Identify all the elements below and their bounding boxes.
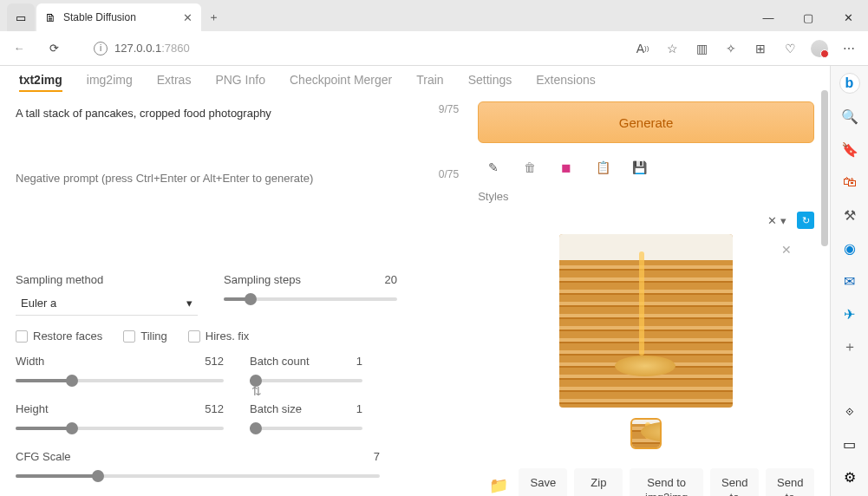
more-menu-icon[interactable]: ⋯ xyxy=(840,40,858,57)
address-bar: ← ⟳ i 127.0.0.1:7860 A)) ☆ ▥ ✧ ⊞ ♡ ⋯ xyxy=(0,31,868,66)
url-host: 127.0.0.1 xyxy=(114,42,161,55)
generated-image[interactable] xyxy=(559,234,733,408)
back-button[interactable]: ← xyxy=(7,36,31,61)
height-label: Height xyxy=(16,402,224,415)
sampling-steps-value: 20 xyxy=(385,273,397,286)
tab-extras[interactable]: Extras xyxy=(157,73,192,92)
trash-icon[interactable]: 🗑 xyxy=(521,159,538,176)
styles-clear-icon[interactable]: ✕ ▾ xyxy=(767,214,786,227)
close-window-button[interactable]: ✕ xyxy=(828,3,868,31)
prompt-counter: 9/75 xyxy=(439,103,459,115)
height-value: 512 xyxy=(205,402,224,415)
tab-extensions[interactable]: Extensions xyxy=(536,73,595,92)
tag-icon[interactable]: 🔖 xyxy=(839,139,860,160)
outlook-icon[interactable]: ✉ xyxy=(839,271,860,291)
close-tab-icon[interactable]: ✕ xyxy=(183,11,193,24)
search-icon[interactable]: 🔍 xyxy=(839,106,860,127)
app-tabs: txt2img img2img Extras PNG Info Checkpoi… xyxy=(0,66,830,101)
reading-list-icon[interactable]: ▥ xyxy=(693,40,710,57)
width-label: Width xyxy=(16,355,224,368)
add-app-icon[interactable]: ＋ xyxy=(839,336,860,357)
close-output-icon[interactable]: ✕ xyxy=(781,243,792,257)
sampling-steps-slider[interactable] xyxy=(224,291,397,307)
new-tab-button[interactable]: ＋ xyxy=(201,3,225,31)
send-to-inpaint-button[interactable]: Send to xyxy=(710,468,759,496)
restore-faces-checkbox[interactable]: Restore faces xyxy=(16,330,102,343)
edge-sidebar: b 🔍 🔖 🛍 ⚒ ◉ ✉ ✈ ＋ ⟐ ▭ ⚙ xyxy=(830,66,868,496)
send-to-extras-button[interactable]: Send to xyxy=(766,468,814,496)
cfg-value: 7 xyxy=(374,450,380,463)
output-thumbnail[interactable] xyxy=(630,418,662,449)
tab-settings[interactable]: Settings xyxy=(468,73,512,92)
read-aloud-icon[interactable]: A)) xyxy=(634,40,651,57)
negative-prompt-input[interactable] xyxy=(16,166,462,219)
tiling-checkbox[interactable]: Tiling xyxy=(123,330,167,343)
profile-icon[interactable] xyxy=(811,40,828,57)
cfg-label: CFG Scale xyxy=(16,450,380,463)
minimize-button[interactable]: — xyxy=(748,3,788,31)
height-slider[interactable] xyxy=(16,421,224,436)
url-port: :7860 xyxy=(161,42,190,55)
paintbrush-icon[interactable]: ✎ xyxy=(485,159,502,176)
tab-img2img[interactable]: img2img xyxy=(87,73,133,92)
url-box[interactable]: i 127.0.0.1:7860 xyxy=(94,42,623,55)
clipboard-icon[interactable]: 📋 xyxy=(594,159,611,176)
chevron-down-icon: ▾ xyxy=(186,297,193,310)
batch-size-value: 1 xyxy=(356,402,362,415)
bing-icon[interactable]: b xyxy=(839,73,860,94)
maximize-button[interactable]: ▢ xyxy=(788,3,828,31)
globe-icon[interactable]: ◉ xyxy=(839,238,860,258)
tab-pnginfo[interactable]: PNG Info xyxy=(215,73,265,92)
neg-prompt-counter: 0/75 xyxy=(439,168,459,180)
save-button[interactable]: Save xyxy=(519,468,567,496)
tab-txt2img[interactable]: txt2img xyxy=(19,73,62,92)
sampling-method-dropdown[interactable]: Euler a ▾ xyxy=(16,291,198,316)
window-titlebar: ▭ 🗎 Stable Diffusion ✕ ＋ — ▢ ✕ xyxy=(0,0,868,31)
batch-count-value: 1 xyxy=(356,355,362,368)
collections-icon[interactable]: ✧ xyxy=(722,40,740,57)
tab-checkpoint[interactable]: Checkpoint Merger xyxy=(290,73,392,92)
sampling-steps-label: Sampling steps xyxy=(224,273,397,286)
hires-fix-checkbox[interactable]: Hires. fix xyxy=(188,330,250,343)
generate-button[interactable]: Generate xyxy=(478,101,814,143)
site-info-icon[interactable]: i xyxy=(94,42,108,55)
tab-title: Stable Diffusion xyxy=(63,11,176,23)
tabs-menu-button[interactable]: ▭ xyxy=(7,3,35,31)
batch-size-label: Batch size xyxy=(250,402,362,415)
scrollbar[interactable] xyxy=(821,90,828,246)
open-folder-button[interactable]: 📁 xyxy=(478,468,512,496)
width-slider[interactable] xyxy=(16,373,224,388)
shopping-icon[interactable]: 🛍 xyxy=(839,172,860,193)
page-body: txt2img img2img Extras PNG Info Checkpoi… xyxy=(0,66,830,496)
prompt-input[interactable] xyxy=(16,101,462,153)
sampling-method-label: Sampling method xyxy=(16,273,198,286)
sync-icon[interactable]: ♡ xyxy=(781,40,799,57)
styles-label: Styles xyxy=(478,190,814,203)
browser-tab[interactable]: 🗎 Stable Diffusion ✕ xyxy=(36,3,201,31)
cfg-slider[interactable] xyxy=(16,468,380,484)
batch-size-slider[interactable] xyxy=(250,421,362,436)
tools-icon[interactable]: ⚒ xyxy=(839,205,860,225)
send-icon[interactable]: ✈ xyxy=(839,303,860,324)
send-to-img2img-button[interactable]: Send to img2img xyxy=(630,468,703,496)
batch-count-label: Batch count xyxy=(250,355,362,368)
zip-button[interactable]: Zip xyxy=(574,468,623,496)
favorite-icon[interactable]: ☆ xyxy=(663,40,681,57)
width-value: 512 xyxy=(205,355,224,368)
batch-count-slider[interactable] xyxy=(250,373,362,388)
tab-train[interactable]: Train xyxy=(416,73,443,92)
reload-button[interactable]: ⟳ xyxy=(42,36,66,61)
swap-dimensions-icon[interactable]: ⇅ xyxy=(251,384,262,398)
page-icon: 🗎 xyxy=(45,11,56,24)
panel-icon[interactable]: ▭ xyxy=(839,434,860,454)
performance-icon[interactable]: ⟐ xyxy=(839,401,860,421)
bookmark-icon[interactable]: ◼ xyxy=(558,159,575,176)
extensions-icon[interactable]: ⊞ xyxy=(752,40,769,57)
settings-icon[interactable]: ⚙ xyxy=(839,467,860,487)
save-style-icon[interactable]: 💾 xyxy=(630,159,648,176)
styles-refresh-icon[interactable]: ↻ xyxy=(797,212,814,229)
